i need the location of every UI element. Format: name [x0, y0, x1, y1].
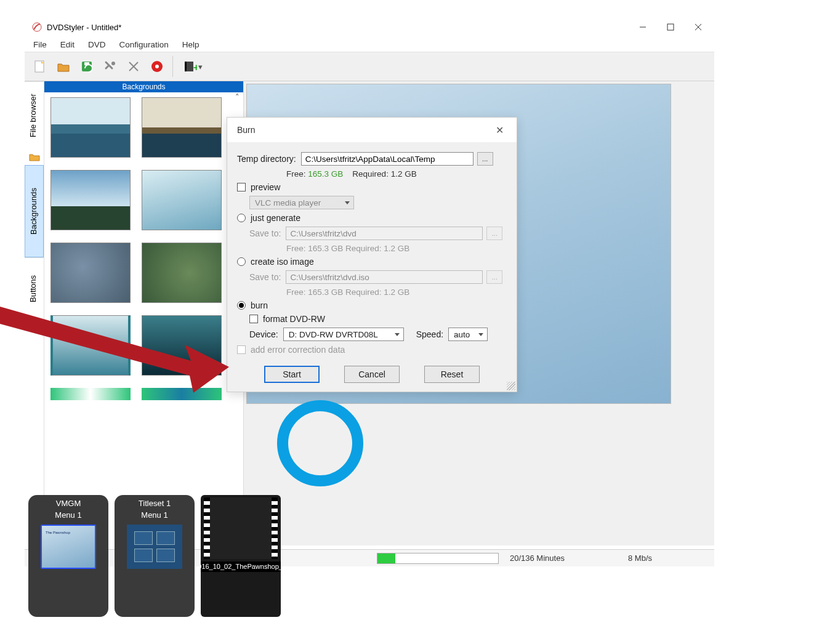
bg-thumb[interactable]	[142, 388, 222, 400]
burn-dialog: Burn ✕ Temp directory: ... Free: 165.3 G…	[227, 117, 517, 392]
toolbar: +▾	[25, 52, 714, 81]
window-title: DVDStyler - Untitled*	[47, 23, 121, 32]
gen-saveto-label: Save to:	[249, 228, 281, 238]
gen-saveto-browse: ...	[486, 227, 502, 240]
bg-thumb[interactable]	[142, 315, 222, 376]
maximize-button[interactable]	[656, 18, 684, 36]
reset-button[interactable]: Reset	[424, 366, 480, 383]
ts1-header: Titleset 1	[117, 497, 192, 509]
save-project-button[interactable]	[76, 56, 97, 77]
tab-backgrounds[interactable]: Backgrounds	[25, 165, 44, 257]
burn-button[interactable]	[147, 56, 167, 77]
open-project-button[interactable]	[53, 56, 74, 77]
iso-saveto-browse: ...	[486, 270, 502, 284]
svg-rect-2	[667, 24, 674, 30]
tools-button[interactable]	[123, 56, 144, 77]
temp-dir-label: Temp directory:	[237, 154, 296, 164]
status-mbps: 8 Mb/s	[628, 553, 652, 563]
add-title-button[interactable]: +▾	[178, 56, 208, 77]
timeline: VMGM Menu 1 The Pawnshop Titleset 1 Menu…	[28, 495, 312, 617]
bg-thumb[interactable]	[50, 97, 131, 158]
side-tabs: File browser Backgrounds Buttons	[25, 81, 44, 545]
vmgm-card[interactable]: VMGM Menu 1 The Pawnshop	[28, 495, 108, 617]
add-errorcorr-checkbox	[237, 345, 246, 354]
minimize-button[interactable]	[629, 18, 656, 36]
menu-configuration[interactable]: Configuration	[113, 38, 175, 51]
create-iso-radio[interactable]	[237, 257, 246, 266]
toolbar-separator	[172, 56, 173, 77]
burn-label: burn	[251, 300, 268, 310]
vmgm-thumb: The Pawnshop	[41, 525, 96, 569]
settings-button[interactable]	[100, 56, 121, 77]
speed-select[interactable]: auto	[448, 328, 488, 341]
scroll-up-icon[interactable]: ˄	[232, 92, 242, 102]
resize-grip-icon[interactable]	[507, 382, 515, 390]
just-generate-radio[interactable]	[237, 214, 246, 222]
device-select[interactable]: D: DVD-RW DVRTD08L	[283, 328, 404, 341]
temp-dir-browse[interactable]: ...	[477, 152, 493, 166]
titlebar: DVDStyler - Untitled*	[25, 17, 714, 37]
app-icon	[32, 22, 42, 32]
preview-checkbox[interactable]	[237, 183, 246, 191]
svg-text:+: +	[193, 62, 197, 73]
device-label: Device:	[249, 329, 278, 339]
temp-dir-input[interactable]	[301, 152, 473, 166]
menubar: File Edit DVD Configuration Help	[25, 37, 714, 52]
gen-free-line: Free: 165.3 GB Required: 1.2 GB	[286, 244, 507, 253]
bg-thumb[interactable]	[50, 388, 131, 400]
start-button[interactable]: Start	[264, 366, 320, 383]
create-iso-label: create iso image	[251, 257, 314, 267]
format-rw-label: format DVD-RW	[263, 314, 325, 324]
backgrounds-panel: Backgrounds ˄	[44, 81, 244, 545]
bg-thumb[interactable]	[50, 315, 131, 376]
menu-dvd[interactable]: DVD	[82, 38, 112, 51]
folder-icon[interactable]	[25, 149, 44, 165]
menu-help[interactable]: Help	[176, 38, 206, 51]
bg-thumb[interactable]	[50, 170, 131, 230]
bg-thumb[interactable]	[50, 243, 131, 303]
tab-file-browser[interactable]: File browser	[25, 81, 44, 149]
backgrounds-header: Backgrounds	[44, 81, 243, 92]
ts1-subheader: Menu 1	[117, 509, 192, 521]
vmgm-subheader: Menu 1	[31, 509, 106, 521]
vmgm-header: VMGM	[31, 497, 106, 509]
preview-player-select: VLC media player	[249, 196, 354, 209]
iso-saveto-input	[286, 270, 483, 284]
menu-edit[interactable]: Edit	[54, 38, 81, 51]
bg-thumb[interactable]	[142, 170, 222, 230]
add-errorcorr-label: add error correction data	[251, 345, 345, 355]
menu-file[interactable]: File	[27, 38, 53, 51]
dialog-title: Burn	[237, 125, 256, 135]
close-button[interactable]	[684, 18, 712, 36]
gen-saveto-input	[286, 227, 483, 240]
tab-buttons[interactable]: Buttons	[25, 257, 44, 319]
new-project-button[interactable]	[30, 56, 50, 77]
iso-free-line: Free: 165.3 GB Required: 1.2 GB	[286, 288, 507, 297]
iso-saveto-label: Save to:	[249, 272, 281, 282]
burn-radio[interactable]	[237, 301, 246, 310]
status-minutes: 20/136 Minutes	[510, 553, 565, 563]
svg-rect-15	[185, 62, 187, 71]
preview-label: preview	[251, 182, 280, 192]
bg-thumb[interactable]	[142, 243, 222, 303]
clip-card[interactable]: CC_1916_10_02_ThePawnshop_512kb	[201, 495, 281, 617]
temp-free-line: Free: 165.3 GB Required: 1.2 GB	[286, 169, 507, 179]
titleset1-card[interactable]: Titleset 1 Menu 1	[115, 495, 195, 617]
clip-label: CC_1916_10_02_ThePawnshop_512kb	[201, 561, 281, 572]
speed-label: Speed:	[416, 329, 443, 339]
svg-point-9	[111, 62, 115, 65]
svg-point-13	[155, 65, 159, 68]
just-generate-label: just generate	[251, 213, 300, 223]
format-rw-checkbox[interactable]	[249, 315, 258, 323]
cancel-button[interactable]: Cancel	[344, 366, 400, 383]
progress-bar	[377, 553, 499, 564]
dialog-close-button[interactable]: ✕	[490, 120, 509, 140]
bg-thumb[interactable]	[142, 97, 222, 158]
film-thumb	[204, 497, 278, 559]
ts1-thumb	[127, 525, 182, 569]
